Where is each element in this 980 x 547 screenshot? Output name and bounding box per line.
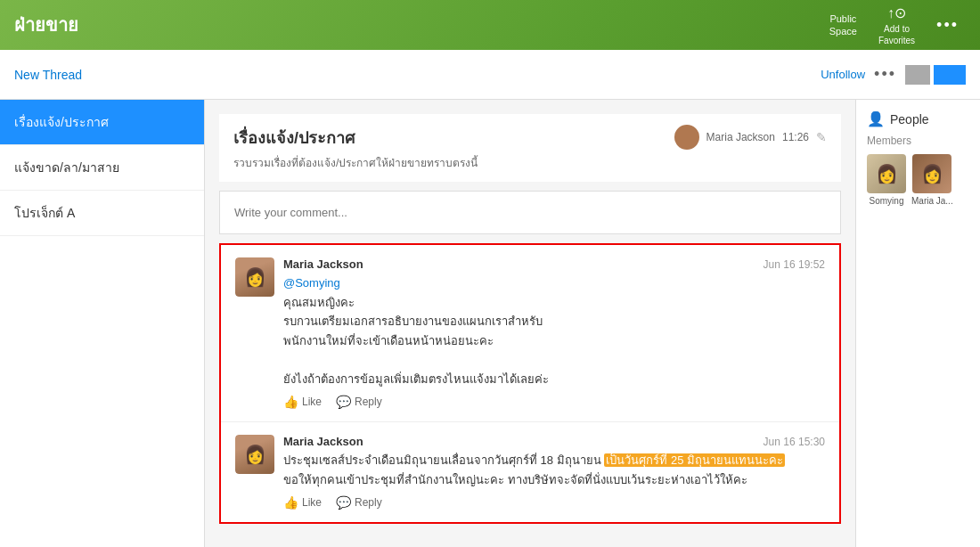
member-name-maria: Maria Ja... bbox=[911, 196, 953, 206]
member-somying[interactable]: 👩 Somying bbox=[867, 154, 906, 206]
sidebar-item-leave[interactable]: แจ้งขาด/ลา/มาสาย bbox=[0, 145, 204, 191]
reply-button-1[interactable]: 💬 Reply bbox=[336, 395, 382, 409]
members-label: Members bbox=[867, 135, 969, 147]
reply-icon: 💬 bbox=[336, 395, 351, 409]
member-name-somying: Somying bbox=[870, 196, 904, 206]
add-favorites-button[interactable]: ↑⊙ Add to Favorites bbox=[871, 1, 922, 50]
comment-1-avatar: 👩 bbox=[235, 257, 274, 297]
thread-title: เรื่องแจ้ง/ประกาศ bbox=[233, 125, 674, 151]
toolbar-more-button[interactable]: ••• bbox=[874, 65, 896, 84]
app-header: ฝ่ายขาย Public Space ↑⊙ Add to Favorites… bbox=[0, 0, 980, 50]
thread-time: 11:26 bbox=[782, 131, 809, 143]
grid-view-button[interactable] bbox=[934, 65, 966, 85]
comment-2: 👩 Maria Jackson Jun 16 15:30 ประชุมเซลส์… bbox=[221, 422, 839, 522]
toolbar-right: Unfollow ••• bbox=[821, 65, 966, 85]
sidebar-item-projects[interactable]: โปรเจ็กต์ A bbox=[0, 191, 204, 236]
toolbar-left: New Thread bbox=[14, 64, 821, 86]
comment-2-text: ประชุมเซลส์ประจำเดือนมิถุนายนเลื่อนจากวั… bbox=[283, 452, 825, 488]
comment-1-top: Maria Jackson Jun 16 19:52 bbox=[283, 257, 825, 271]
people-label: People bbox=[890, 112, 929, 127]
more-icon: ••• bbox=[936, 16, 959, 34]
comment-input[interactable] bbox=[234, 202, 826, 223]
comment-2-text-before: ประชุมเซลส์ประจำเดือนมิถุนายนเลื่อนจากวั… bbox=[283, 453, 604, 467]
new-thread-button[interactable]: New Thread bbox=[14, 64, 82, 86]
thread-subtitle: รวบรวมเรื่องที่ต้องแจ้ง/ประกาศให้ฝ่ายขาย… bbox=[233, 154, 674, 171]
header-actions: Public Space ↑⊙ Add to Favorites ••• bbox=[822, 1, 966, 50]
comment-1-body: Maria Jackson Jun 16 19:52 @Somying คุณส… bbox=[283, 257, 825, 409]
thread-header: เรื่องแจ้ง/ประกาศ รวบรวมเรื่องที่ต้องแจ้… bbox=[219, 114, 841, 182]
unfollow-button[interactable]: Unfollow bbox=[821, 68, 865, 81]
thread-author-avatar bbox=[674, 125, 699, 150]
list-view-button[interactable] bbox=[905, 65, 930, 85]
sidebar-item-announcements[interactable]: เรื่องแจ้ง/ประกาศ bbox=[0, 100, 204, 145]
thread-meta: Maria Jackson 11:26 ✎ bbox=[674, 125, 827, 150]
comment-2-date: Jun 16 15:30 bbox=[764, 436, 825, 448]
comment-1-header: 👩 Maria Jackson Jun 16 19:52 @Somying คุ… bbox=[235, 257, 825, 409]
people-header: 👤 People bbox=[867, 110, 969, 127]
reply-button-2[interactable]: 💬 Reply bbox=[336, 495, 382, 510]
header-more-button[interactable]: ••• bbox=[929, 12, 966, 38]
member-maria[interactable]: 👩 Maria Ja... bbox=[911, 154, 953, 206]
comment-2-avatar: 👩 bbox=[235, 435, 274, 474]
comment-1-actions: 👍 Like 💬 Reply bbox=[283, 395, 825, 409]
comment-2-author: Maria Jackson bbox=[283, 435, 363, 448]
comment-2-highlight: เป็นวันศุกร์ที่ 25 มิถุนายนแทนนะคะ bbox=[604, 453, 785, 467]
mention-somying: @Somying bbox=[283, 276, 340, 290]
comment-input-box bbox=[219, 191, 841, 234]
avatar-image-1: 👩 bbox=[235, 257, 274, 297]
app-title: ฝ่ายขาย bbox=[14, 11, 822, 39]
reply-icon-2: 💬 bbox=[336, 495, 351, 510]
members-grid: 👩 Somying 👩 Maria Ja... bbox=[867, 154, 969, 206]
member-avatar-somying: 👩 bbox=[867, 154, 906, 193]
like-button-1[interactable]: 👍 Like bbox=[283, 395, 322, 409]
comment-1-text: @Somying คุณสมหญิงคะ รบกวนเตรียมเอกสารอธ… bbox=[283, 274, 825, 388]
comment-1-date: Jun 16 19:52 bbox=[764, 258, 825, 271]
toolbar: New Thread Unfollow ••• bbox=[0, 50, 980, 100]
people-icon: 👤 bbox=[867, 110, 885, 127]
member-avatar-maria: 👩 bbox=[912, 154, 951, 193]
right-panel: 👤 People Members 👩 Somying 👩 Maria Ja... bbox=[855, 100, 980, 547]
comment-2-top: Maria Jackson Jun 16 15:30 bbox=[283, 435, 825, 448]
main-layout: เรื่องแจ้ง/ประกาศ แจ้งขาด/ลา/มาสาย โปรเจ… bbox=[0, 100, 980, 547]
main-content: เรื่องแจ้ง/ประกาศ รวบรวมเรื่องที่ต้องแจ้… bbox=[205, 100, 855, 547]
like-button-2[interactable]: 👍 Like bbox=[283, 495, 322, 510]
sidebar: เรื่องแจ้ง/ประกาศ แจ้งขาด/ลา/มาสาย โปรเจ… bbox=[0, 100, 205, 547]
comment-1-author: Maria Jackson bbox=[283, 257, 363, 271]
comment-2-text-after: ขอให้ทุกคนเข้าประชุมที่สำนักงานใหญ่นะคะ … bbox=[283, 471, 825, 489]
star-icon: ↑⊙ bbox=[887, 4, 906, 21]
thread-title-section: เรื่องแจ้ง/ประกาศ รวบรวมเรื่องที่ต้องแจ้… bbox=[233, 125, 674, 171]
like-icon-2: 👍 bbox=[283, 495, 298, 510]
thread-author: Maria Jackson bbox=[706, 131, 775, 143]
comments-area: 👩 Maria Jackson Jun 16 19:52 @Somying คุ… bbox=[219, 243, 841, 524]
public-space-button[interactable]: Public Space bbox=[822, 9, 864, 42]
like-icon: 👍 bbox=[283, 395, 298, 409]
edit-icon[interactable]: ✎ bbox=[816, 130, 827, 144]
view-toggle bbox=[905, 65, 966, 85]
comment-1: 👩 Maria Jackson Jun 16 19:52 @Somying คุ… bbox=[221, 245, 839, 422]
comment-2-header: 👩 Maria Jackson Jun 16 15:30 ประชุมเซลส์… bbox=[235, 435, 825, 510]
comment-2-actions: 👍 Like 💬 Reply bbox=[283, 495, 825, 510]
comment-2-body: Maria Jackson Jun 16 15:30 ประชุมเซลส์ปร… bbox=[283, 435, 825, 510]
avatar-image-2: 👩 bbox=[235, 435, 274, 474]
